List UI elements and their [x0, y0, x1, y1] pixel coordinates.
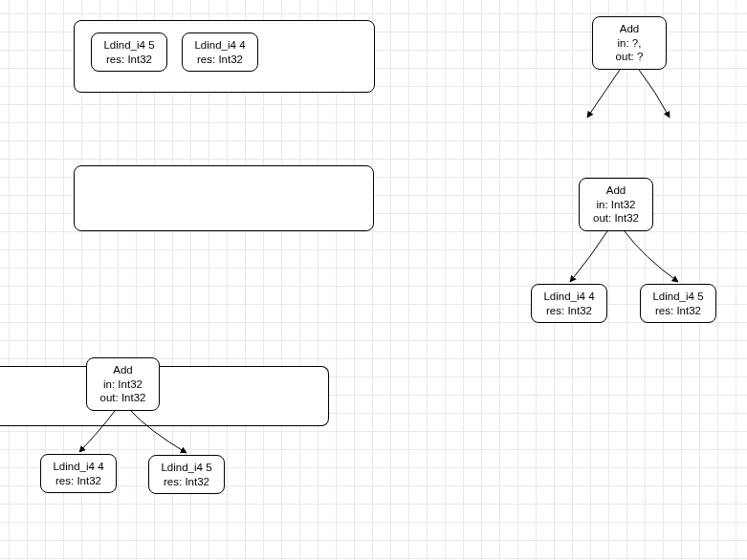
add-node-bottom: Add in: Int32 out: Int32 — [86, 357, 160, 411]
stack-container-empty — [74, 165, 374, 231]
in-label: in: ?, — [593, 36, 666, 50]
out-label: out: Int32 — [87, 391, 159, 404]
stack-container-top: Ldind_i4 5 res: Int32 Ldind_i4 4 res: In… — [74, 20, 375, 93]
diagram: Ldind_i4 5 res: Int32 Ldind_i4 4 res: In… — [0, 0, 747, 560]
title: Add — [87, 363, 159, 377]
out-label: out: Int32 — [580, 211, 652, 225]
stack-container-bottom — [0, 366, 329, 426]
child-ldind4-mid: Ldind_i4 4 res: Int32 — [531, 284, 607, 323]
res-label: res: Int32 — [532, 304, 606, 317]
op-label: Ldind_i4 4 — [41, 460, 116, 473]
res-label: res: Int32 — [92, 53, 166, 66]
child-ldind5-bottom: Ldind_i4 5 res: Int32 — [148, 455, 225, 494]
add-node-mid: Add in: Int32 out: Int32 — [579, 178, 653, 231]
res-label: res: Int32 — [41, 474, 116, 487]
add-node-unknown: Add in: ?, out: ? — [592, 16, 667, 70]
child-ldind5-mid: Ldind_i4 5 res: Int32 — [640, 284, 716, 323]
op-label: Ldind_i4 4 — [183, 38, 257, 52]
res-label: res: Int32 — [149, 475, 224, 488]
res-label: res: Int32 — [641, 304, 715, 317]
child-ldind4-bottom: Ldind_i4 4 res: Int32 — [40, 454, 117, 493]
out-label: out: ? — [593, 50, 666, 63]
op-label: Ldind_i4 5 — [641, 290, 715, 303]
in-label: in: Int32 — [580, 198, 652, 211]
title: Add — [593, 22, 666, 35]
title: Add — [580, 183, 652, 197]
stack-item-ldind5: Ldind_i4 5 res: Int32 — [91, 32, 167, 72]
op-label: Ldind_i4 5 — [149, 461, 224, 474]
res-label: res: Int32 — [183, 53, 257, 66]
in-label: in: Int32 — [87, 377, 159, 391]
op-label: Ldind_i4 5 — [92, 38, 166, 52]
stack-item-ldind4: Ldind_i4 4 res: Int32 — [182, 32, 258, 72]
op-label: Ldind_i4 4 — [532, 290, 606, 303]
